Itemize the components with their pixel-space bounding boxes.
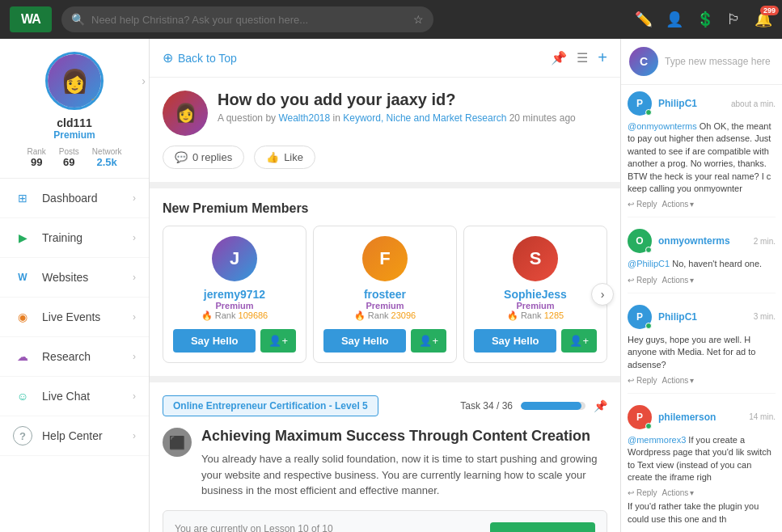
chat-avatar-1: O (628, 229, 652, 253)
member-actions-0: Say Hello 👤+ (173, 329, 296, 353)
reply-icon: 💬 (175, 151, 188, 163)
like-button[interactable]: 👍 Like (254, 146, 315, 169)
up-arrow-icon: ⊕ (163, 50, 173, 65)
dollar-icon[interactable]: 💲 (696, 11, 714, 28)
network-value: 2.5k (92, 156, 122, 168)
pin-icon[interactable]: 📌 (594, 399, 607, 412)
sidebar-item-training[interactable]: ▶ Training › (0, 218, 149, 258)
edit-icon[interactable]: ✏️ (635, 11, 653, 28)
back-to-top-button[interactable]: ⊕ Back to Top (163, 50, 237, 65)
sidebar-label-training: Training (42, 231, 82, 244)
say-hello-button-0[interactable]: Say Hello (173, 329, 256, 353)
network-stat: Network 2.5k (92, 147, 122, 168)
chat-message-2: P PhilipC1 3 min. Hey guys, hope you are… (628, 305, 776, 394)
chevron-icon: › (133, 311, 136, 323)
chat-msg-text-3b: If you'd rather take the plugin you coul… (628, 500, 776, 526)
sidebar-item-live-chat[interactable]: ☺ Live Chat › (0, 377, 149, 416)
question-info: How do you add your jaaxy id? A question… (218, 91, 576, 124)
premium-star-icon: ★ (91, 95, 99, 106)
rank-value: 99 (27, 156, 45, 168)
chat-reply-area-3: ↩ Reply Actions ▾ (628, 488, 776, 497)
cert-task-label: Task 34 / 36 (460, 400, 513, 412)
follow-button-1[interactable]: 👤+ (411, 329, 446, 353)
member-card-1: F frosteer Premium 🔥 Rank 23096 Say Hell… (313, 226, 457, 363)
cert-badge: Online Entrepreneur Certification - Leve… (163, 395, 378, 416)
actions-button-3[interactable]: Actions ▾ (662, 488, 695, 497)
rank-label: Rank (27, 147, 45, 156)
question-title: How do you add your jaaxy id? (218, 91, 576, 109)
question-category-link[interactable]: Keyword, Niche and Market Research (343, 112, 506, 124)
user-icon[interactable]: 👤 (666, 11, 683, 28)
member-rank-1: 🔥 Rank 23096 (354, 310, 416, 321)
chat-msg-header-1: O onmyownterms 2 min. (628, 229, 776, 253)
follow-button-2[interactable]: 👤+ (561, 329, 597, 353)
reply-button-2[interactable]: ↩ Reply (628, 376, 657, 385)
premium-label: Premium (53, 129, 95, 141)
progress-bar (521, 402, 585, 410)
reply-button-0[interactable]: ↩ Reply (628, 200, 657, 209)
carousel-next-button[interactable]: › (591, 283, 614, 306)
say-hello-button-1[interactable]: Say Hello (323, 329, 406, 353)
add-icon[interactable]: + (598, 49, 607, 67)
training-icon: ▶ (13, 228, 32, 247)
flag-icon[interactable]: 🏳 (727, 11, 742, 28)
actions-button-2[interactable]: Actions ▾ (662, 376, 695, 385)
sidebar-item-live-events[interactable]: ◉ Live Events › (0, 298, 149, 337)
reply-button-1[interactable]: ↩ Reply (628, 276, 657, 285)
chat-reply-area-0: ↩ Reply Actions ▾ (628, 200, 776, 209)
notification-badge: 299 (760, 6, 779, 15)
cert-icon: ⬛ (163, 428, 192, 457)
chat-msg-name-3: philemerson (658, 412, 742, 423)
continue-button[interactable]: Continue here (490, 522, 595, 533)
mention-1: @PhilipC1 (628, 259, 670, 268)
sidebar-label-live-events: Live Events (42, 310, 100, 323)
chat-msg-text-1: @PhilipC1 No, haven't heard one. (628, 258, 776, 270)
filter-icon[interactable]: ☰ (577, 50, 588, 65)
chat-message-input[interactable]: Type new message here (665, 56, 774, 67)
member-tier-0: Premium (215, 301, 253, 310)
sidebar-item-research[interactable]: ☁ Research › (0, 337, 149, 377)
pin-icon[interactable]: 📌 (551, 50, 567, 65)
content-top-bar: ⊕ Back to Top 📌 ☰ + (150, 39, 620, 78)
premium-members-section: New Premium Members J jeremy9712 Premium… (150, 188, 620, 376)
lesson-info: You are currently on Lesson 10 of 10 Art… (175, 523, 449, 533)
replies-button[interactable]: 💬 0 replies (163, 146, 244, 169)
sidebar-item-dashboard[interactable]: ⊞ Dashboard › (0, 179, 149, 218)
follow-button-0[interactable]: 👤+ (260, 329, 296, 353)
nav-menu: ⊞ Dashboard › ▶ Training › W Websites › … (0, 179, 149, 532)
question-author-link[interactable]: Wealth2018 (278, 112, 330, 124)
posts-stat: Posts 69 (59, 147, 79, 168)
sidebar-item-websites[interactable]: W Websites › (0, 258, 149, 298)
chat-msg-text-0: @onmyownterms Oh OK, the meant to pay ou… (628, 120, 776, 195)
chat-msg-text-3: @memmorex3 If you create a Wordpress pag… (628, 434, 776, 484)
sidebar-item-help-center[interactable]: ? Help Center › (0, 416, 149, 456)
reply-button-3[interactable]: ↩ Reply (628, 488, 657, 497)
chat-avatar-0: P (628, 91, 652, 116)
cert-header: Online Entrepreneur Certification - Leve… (163, 395, 607, 416)
center-content: ⊕ Back to Top 📌 ☰ + 👩 How do you add you… (150, 39, 620, 532)
sidebar-expand-icon[interactable]: › (142, 74, 146, 87)
mention-0: @onmyownterms (628, 121, 697, 131)
chat-message-1: O onmyownterms 2 min. @PhilipC1 No, have… (628, 229, 776, 293)
member-rank-0: 🔥 Rank 109686 (201, 310, 268, 321)
member-tier-1: Premium (366, 301, 404, 310)
search-bar[interactable]: 🔍 ☆ (61, 6, 433, 32)
say-hello-button-2[interactable]: Say Hello (474, 329, 556, 353)
actions-button-1[interactable]: Actions ▾ (662, 276, 695, 285)
chat-msg-header-2: P PhilipC1 3 min. (628, 305, 776, 329)
live-chat-icon: ☺ (13, 386, 32, 406)
question-actions: 💬 0 replies 👍 Like (163, 146, 607, 169)
actions-button-0[interactable]: Actions ▾ (662, 200, 695, 209)
dashboard-icon: ⊞ (13, 188, 32, 208)
chevron-icon: › (133, 272, 136, 283)
bell-icon[interactable]: 🔔299 (755, 11, 772, 28)
chevron-icon: › (133, 430, 136, 441)
search-input[interactable] (91, 14, 407, 26)
member-tier-2: Premium (516, 301, 554, 310)
member-actions-2: Say Hello 👤+ (474, 329, 597, 353)
chat-reply-area-2: ↩ Reply Actions ▾ (628, 376, 776, 385)
sidebar-label-dashboard: Dashboard (42, 192, 98, 205)
chat-msg-header-0: P PhilipC1 about a min. (628, 91, 776, 116)
chat-reply-area-1: ↩ Reply Actions ▾ (628, 276, 776, 285)
user-profile: 👩 ★ › cld111 Premium Rank 99 Posts 69 Ne… (0, 39, 149, 179)
